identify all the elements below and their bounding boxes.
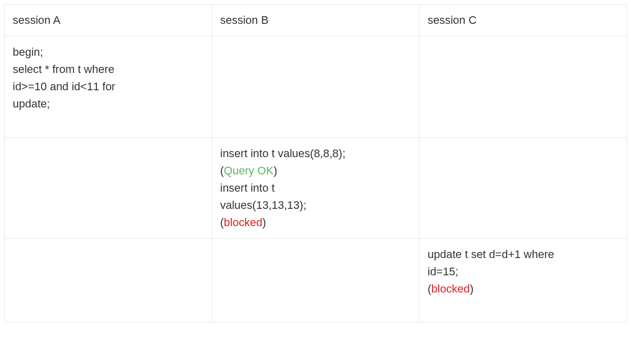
header-session-b: session B [212, 5, 419, 37]
cell-a-1: begin; select * from t where id>=10 and … [5, 37, 212, 137]
sql-text: values(13,13,13); [220, 199, 306, 211]
table-header-row: session A session B session C [5, 5, 627, 37]
status-paren: ) [262, 216, 266, 229]
sql-text: insert into t [220, 181, 275, 194]
table-row: update t set d=d+1 where id=15; (blocked… [5, 239, 627, 322]
sql-text: insert into t values(8,8,8); [220, 147, 345, 160]
cell-c-3: update t set d=d+1 where id=15; (blocked… [419, 239, 627, 322]
cell-c-2 [419, 137, 627, 238]
sql-text: select * from t where [13, 63, 115, 76]
status-paren: ) [470, 282, 473, 295]
cell-b-3 [212, 239, 419, 322]
sql-text: update; [13, 97, 50, 110]
cell-a-2 [5, 137, 212, 238]
header-session-a: session A [5, 5, 212, 37]
cell-c-1 [419, 37, 627, 137]
status-blocked: blocked [431, 282, 470, 295]
session-table: session A session B session C begin; sel… [4, 4, 627, 322]
table-row: insert into t values(8,8,8); (Query OK) … [5, 137, 627, 238]
cell-a-3 [5, 239, 212, 322]
status-blocked: blocked [224, 216, 262, 229]
header-session-c: session C [419, 5, 627, 37]
table-row: begin; select * from t where id>=10 and … [5, 37, 627, 137]
sql-text: update t set d=d+1 where [428, 248, 554, 261]
cell-b-1 [212, 37, 419, 137]
cell-b-2: insert into t values(8,8,8); (Query OK) … [212, 137, 419, 238]
status-query-ok: Query OK [224, 164, 273, 177]
sql-text: begin; [13, 46, 43, 58]
sql-text: id>=10 and id<11 for [13, 80, 115, 93]
status-paren: ) [273, 164, 277, 177]
sql-text: id=15; [428, 265, 459, 278]
